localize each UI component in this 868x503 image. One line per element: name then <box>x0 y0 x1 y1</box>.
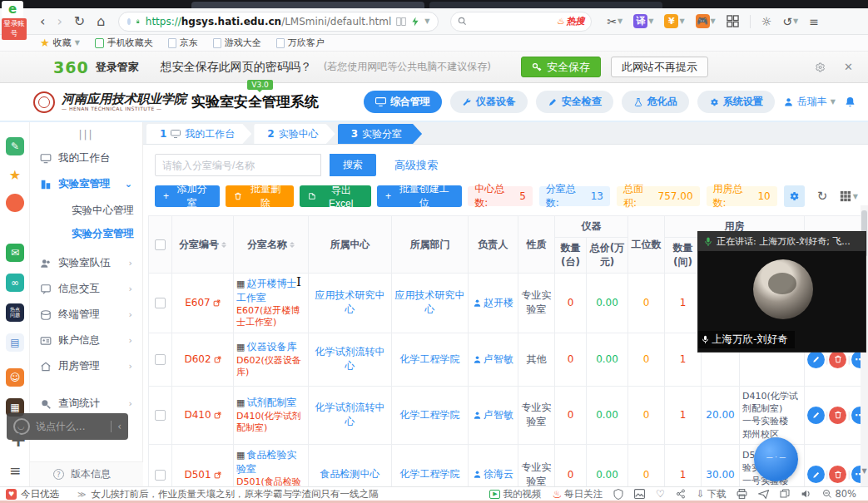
sort-icon[interactable] <box>221 239 226 250</box>
col-room-id[interactable]: 分室编号 <box>172 216 234 274</box>
browser-tab[interactable] <box>191 2 424 8</box>
sidebar-item-workbench[interactable]: 我的工作台 <box>30 145 142 171</box>
delete-button[interactable] <box>829 407 846 424</box>
edit-button[interactable] <box>807 351 825 368</box>
col-room-name[interactable]: 分室名称 <box>234 216 309 274</box>
reading-mode-icon[interactable] <box>396 17 406 27</box>
room-id-link[interactable]: D602 <box>184 353 211 365</box>
sidebar-item-lab-center-management[interactable]: 实验中心管理 <box>30 199 142 222</box>
bookmark-jd[interactable]: 京东 <box>168 37 198 49</box>
nav-system-settings[interactable]: 系统设置 <box>697 91 775 113</box>
nav-instruments[interactable]: 仪器设备 <box>450 91 528 113</box>
my-videos-button[interactable]: ▶我的视频 <box>489 488 541 501</box>
breadcrumb-tab-workbench[interactable]: 1 我的工作台 <box>146 124 251 144</box>
chevron-left-icon[interactable]: ‹ <box>111 421 122 432</box>
center-link[interactable]: 食品检测中心 <box>320 468 380 480</box>
translate-tool-button[interactable]: 译▼ <box>633 14 653 28</box>
sidebar-item-lab-management[interactable]: 实验室管理⌄ <box>30 171 142 197</box>
theme-sun-icon[interactable]: ☼ <box>761 15 772 28</box>
refresh-table-button[interactable]: ↻ <box>811 185 833 207</box>
games-tool-button[interactable]: 🎮▼ <box>696 14 716 28</box>
sidebar-collapse-icon[interactable]: ||| <box>30 122 142 145</box>
bookmark-games[interactable]: 游戏大全 <box>213 37 261 49</box>
department-link[interactable]: 应用技术研究中心 <box>395 289 465 315</box>
bookmark-mobile-folder[interactable]: 手机收藏夹 <box>95 37 153 49</box>
chat-input-placeholder[interactable]: 说点什么... <box>36 420 105 434</box>
room-name-link[interactable]: 赵开楼博士工作室 <box>236 278 296 303</box>
share-icon[interactable] <box>676 489 686 499</box>
export-excel-button[interactable]: 导出Excel <box>300 185 372 207</box>
bookmark-wanxin[interactable]: 万欣客户 <box>276 37 325 49</box>
apps-grid-icon[interactable] <box>727 15 739 27</box>
advanced-search-link[interactable]: 高级搜索 <box>394 158 438 173</box>
browser-tab-strip[interactable] <box>0 0 868 8</box>
row-checkbox[interactable] <box>155 354 166 365</box>
sidebar-item-lab-room-management[interactable]: 实验分室管理 <box>30 222 142 245</box>
save-password-button[interactable]: 安全保存 <box>521 57 601 77</box>
center-link[interactable]: 应用技术研究中心 <box>315 289 385 315</box>
room-search-input[interactable] <box>155 154 321 176</box>
manager-link[interactable]: 卢智敏 <box>484 353 513 365</box>
row-checkbox[interactable] <box>155 298 166 308</box>
version-info-button[interactable]: ? 版本信息 <box>30 461 143 486</box>
history-undo-button[interactable]: ↺▼ <box>782 15 798 28</box>
gear-icon[interactable] <box>814 62 826 73</box>
download-button[interactable]: ⇩下载 <box>697 488 727 501</box>
today-picks-button[interactable]: ♥ 今日优选 <box>6 488 59 501</box>
address-bar[interactable]: https://hgsys.hati.edu.cn/LMSmini/defaul… <box>118 12 439 32</box>
nav-safety-check[interactable]: 安全检查 <box>536 91 613 113</box>
screenshot-tool-button[interactable]: ✂▼ <box>607 15 622 28</box>
table-row[interactable]: D410 ▦试剂配制室 D410(化学试剂配制室) 化学试剂流转中心 化学工程学… <box>149 386 861 445</box>
browser-search-box[interactable]: ♨热搜 <box>450 12 592 32</box>
forward-button[interactable]: › <box>57 15 62 28</box>
cloud-app-icon[interactable]: ∞ <box>6 274 24 292</box>
batch-delete-button[interactable]: 批量删除 <box>226 185 293 207</box>
sidebar-item-terminal[interactable]: 终端管理› <box>30 302 142 328</box>
department-link[interactable]: 化学工程学院 <box>400 353 460 365</box>
qr-code-icon[interactable]: ▦ <box>236 397 245 408</box>
select-all-checkbox[interactable] <box>155 239 166 250</box>
sidebar-app-notes-icon[interactable]: ✎ <box>6 137 24 155</box>
daily-follow-button[interactable]: ♨每日关注 <box>552 488 603 501</box>
qr-code-icon[interactable]: ▦ <box>236 450 245 461</box>
nav-hazardous-chemicals[interactable]: 危化品 <box>622 91 689 113</box>
printer-icon[interactable] <box>737 489 747 499</box>
room-name-link[interactable]: 仪器设备库 <box>246 341 296 353</box>
home-button[interactable]: ⌂ <box>97 15 105 28</box>
center-link[interactable]: 化学试剂流转中心 <box>315 346 385 372</box>
center-link[interactable]: 化学试剂流转中心 <box>315 402 385 427</box>
qr-code-icon[interactable]: ▦ <box>236 279 245 289</box>
sidebar-item-account-info[interactable]: 账户信息› <box>30 328 142 353</box>
heart-icon[interactable]: ♡ <box>656 488 665 500</box>
room-id-link[interactable]: D501 <box>184 469 211 481</box>
list-menu-icon[interactable]: ≡ <box>6 461 24 480</box>
image-icon[interactable] <box>634 489 645 499</box>
sidebar-app-star-icon[interactable]: ★ <box>6 165 24 184</box>
hot-qa-app-icon[interactable]: 热点问题 <box>6 303 24 322</box>
menu-icon[interactable]: ≡ <box>809 15 819 28</box>
sidebar-item-housing[interactable]: 用房管理› <box>30 353 142 379</box>
close-icon[interactable]: ✕ <box>844 61 853 73</box>
row-checkbox[interactable] <box>155 470 166 481</box>
bell-icon[interactable] <box>844 96 856 108</box>
room-id-link[interactable]: E607 <box>185 297 211 308</box>
game-app-icon[interactable]: ☺ <box>6 368 24 387</box>
scrollbar-down-arrow[interactable]: ▼ <box>861 467 868 475</box>
manager-link[interactable]: 卢智敏 <box>484 409 513 421</box>
row-checkbox[interactable] <box>155 410 166 421</box>
address-dropdown-icon[interactable]: ▼ <box>424 17 429 25</box>
windows-icon[interactable] <box>780 489 790 499</box>
document-app-icon[interactable]: ▤ <box>6 333 24 352</box>
batch-create-station-button[interactable]: +批量创建工位 <box>377 185 462 207</box>
wallet-tool-button[interactable]: ¥▼ <box>664 14 684 28</box>
breadcrumb-tab-lab-center[interactable]: 2实验中心 <box>254 124 335 144</box>
speaker-icon[interactable] <box>801 489 811 499</box>
edit-button[interactable] <box>807 466 825 483</box>
room-name-link[interactable]: 食品检验实验室 <box>236 449 296 475</box>
floating-assistant-ball[interactable] <box>754 437 798 481</box>
favorites-button[interactable]: ★收藏▼ <box>40 37 80 49</box>
manager-link[interactable]: 赵开楼 <box>484 297 513 308</box>
add-room-button[interactable]: +添加分室 <box>155 185 220 207</box>
news-headline[interactable]: ≫ 女儿挨打前后，作业质量天壤之别，原来学霸与学渣间只有一线之隔 <box>77 488 378 501</box>
delete-button[interactable] <box>829 351 846 368</box>
